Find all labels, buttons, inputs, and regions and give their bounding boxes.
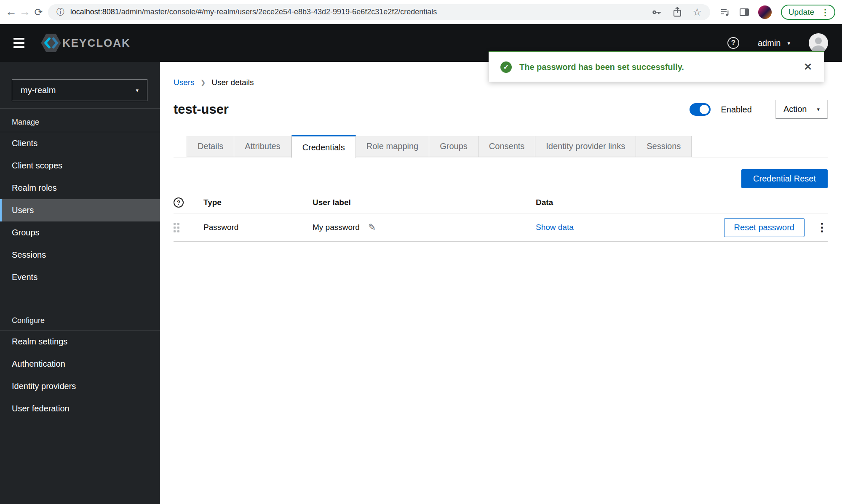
sidebar-item-authentication[interactable]: Authentication xyxy=(0,353,160,375)
side-panel-icon[interactable] xyxy=(740,8,749,16)
main-content: Users ❯ User details test-user Enabled A… xyxy=(160,62,842,504)
chevron-down-icon: ▾ xyxy=(787,40,790,46)
tabs-bar: Details Attributes Credentials Role mapp… xyxy=(174,133,828,157)
chrome-toolbar-right: Update ⋮ xyxy=(719,5,835,20)
success-check-icon: ✓ xyxy=(500,61,512,73)
enabled-toggle[interactable] xyxy=(690,103,711,116)
breadcrumb-current: User details xyxy=(211,78,254,87)
tab-role-mapping[interactable]: Role mapping xyxy=(356,136,429,157)
masthead-right: ? admin ▾ xyxy=(727,33,828,53)
sidebar: my-realm ▾ Manage Clients Client scopes … xyxy=(0,62,160,504)
keycloak-logo: KEYCLOAK xyxy=(40,33,131,53)
tab-attributes[interactable]: Attributes xyxy=(234,136,291,157)
title-controls: Enabled Action ▾ xyxy=(690,100,828,119)
kebab-menu-icon[interactable]: ⋮ xyxy=(816,222,828,233)
url-port: :8081 xyxy=(100,8,119,16)
chevron-down-icon: ▾ xyxy=(817,106,820,112)
action-label: Action xyxy=(783,104,807,114)
tab-consents[interactable]: Consents xyxy=(478,136,536,157)
success-alert: ✓ The password has been set successfully… xyxy=(489,51,824,82)
column-header-user-label: User label xyxy=(313,198,536,207)
nav-group-label: Configure xyxy=(0,307,160,330)
credentials-toolbar: Credential Reset xyxy=(174,169,828,188)
edit-icon[interactable]: ✎ xyxy=(368,222,376,233)
sidebar-item-groups[interactable]: Groups xyxy=(0,221,160,244)
url-path: /admin/master/console/#/my-realm/users/2… xyxy=(119,8,437,16)
browser-menu-icon[interactable]: ⋮ xyxy=(819,7,831,17)
back-icon[interactable]: ← xyxy=(4,5,18,19)
show-data-link[interactable]: Show data xyxy=(536,223,574,232)
sidebar-item-sessions[interactable]: Sessions xyxy=(0,244,160,266)
browser-chrome: ← → ⟳ ⓘ localhost:8081/admin/master/cons… xyxy=(0,0,842,24)
sidebar-item-client-scopes[interactable]: Client scopes xyxy=(0,155,160,177)
nav-group-manage: Manage Clients Client scopes Realm roles… xyxy=(0,109,160,288)
page-title: test-user xyxy=(174,102,229,117)
sidebar-item-clients[interactable]: Clients xyxy=(0,132,160,155)
address-bar[interactable]: ⓘ localhost:8081/admin/master/console/#/… xyxy=(48,4,710,20)
credential-type: Password xyxy=(203,223,313,232)
tab-credentials[interactable]: Credentials xyxy=(291,135,356,158)
table-header: ? Type User label Data xyxy=(174,192,828,213)
table-row: Password My password ✎ Show data Reset p… xyxy=(174,213,828,242)
realm-selector[interactable]: my-realm ▾ xyxy=(12,79,147,101)
url-host: localhost xyxy=(70,8,100,16)
sidebar-item-users[interactable]: Users xyxy=(0,199,160,221)
credentials-table: ? Type User label Data Password My passw… xyxy=(174,192,828,242)
sidebar-item-realm-settings[interactable]: Realm settings xyxy=(0,331,160,353)
site-info-icon[interactable]: ⓘ xyxy=(56,7,64,18)
reset-password-button[interactable]: Reset password xyxy=(724,218,805,237)
credential-reset-button[interactable]: Credential Reset xyxy=(741,169,828,188)
user-menu[interactable]: admin ▾ xyxy=(758,38,790,48)
update-button[interactable]: Update ⋮ xyxy=(781,5,835,20)
update-label: Update xyxy=(789,8,814,17)
omnibox-icons: ☆ xyxy=(651,6,702,18)
sidebar-item-realm-roles[interactable]: Realm roles xyxy=(0,177,160,199)
tab-details[interactable]: Details xyxy=(187,136,234,157)
breadcrumb-users-link[interactable]: Users xyxy=(174,78,195,87)
tab-sessions[interactable]: Sessions xyxy=(636,136,692,157)
username: admin xyxy=(758,38,781,48)
tab-groups[interactable]: Groups xyxy=(429,136,478,157)
toggle-knob xyxy=(700,105,709,114)
key-icon[interactable] xyxy=(651,7,662,18)
realm-name: my-realm xyxy=(21,85,56,95)
column-header-data: Data xyxy=(536,198,701,207)
sidebar-item-user-federation[interactable]: User federation xyxy=(0,397,160,420)
action-dropdown[interactable]: Action ▾ xyxy=(775,100,828,119)
credential-user-label: My password xyxy=(313,223,360,232)
close-icon[interactable]: ✕ xyxy=(804,61,812,73)
browser-profile-avatar[interactable] xyxy=(758,5,772,19)
enabled-label: Enabled xyxy=(721,105,751,115)
reading-list-icon[interactable] xyxy=(719,7,730,17)
title-row: test-user Enabled Action ▾ xyxy=(174,100,828,119)
nav-group-label: Manage xyxy=(0,109,160,132)
column-header-type: Type xyxy=(203,198,313,207)
sidebar-item-events[interactable]: Events xyxy=(0,266,160,288)
breadcrumb-chevron-icon: ❯ xyxy=(200,79,206,86)
sidebar-item-identity-providers[interactable]: Identity providers xyxy=(0,375,160,397)
chevron-down-icon: ▾ xyxy=(136,87,139,93)
hamburger-menu-icon[interactable] xyxy=(13,38,24,48)
nav-group-configure: Configure Realm settings Authentication … xyxy=(0,307,160,420)
drag-handle[interactable] xyxy=(174,223,179,232)
brand-text: KEYCLOAK xyxy=(62,37,131,50)
url-text: localhost:8081/admin/master/console/#/my… xyxy=(70,8,645,16)
keycloak-emblem-icon xyxy=(40,33,61,53)
tab-identity-provider-links[interactable]: Identity provider links xyxy=(535,136,636,157)
bookmark-star-icon[interactable]: ☆ xyxy=(692,7,702,17)
alert-message: The password has been set successfully. xyxy=(519,62,684,72)
forward-icon[interactable]: → xyxy=(18,5,32,19)
reload-icon[interactable]: ⟳ xyxy=(32,6,45,18)
table-help-icon[interactable]: ? xyxy=(174,197,184,208)
avatar[interactable] xyxy=(809,33,828,53)
help-icon[interactable]: ? xyxy=(727,37,739,49)
share-icon[interactable] xyxy=(672,6,682,18)
